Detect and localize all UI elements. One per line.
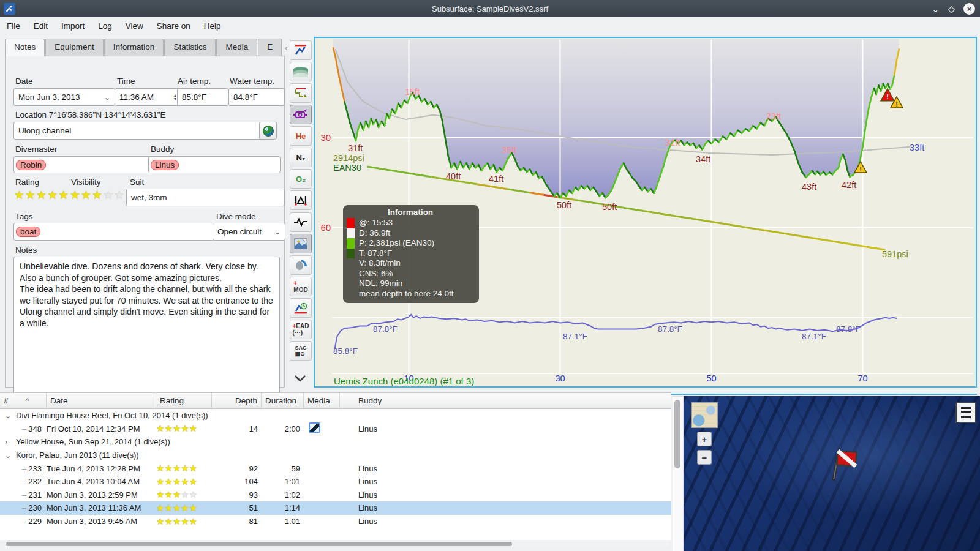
- heart-rate-icon[interactable]: [290, 212, 312, 232]
- column-header-duration[interactable]: Duration: [262, 393, 304, 408]
- tab-statistics[interactable]: Statistics: [164, 39, 216, 56]
- time-spinbox[interactable]: 11:36 AM ▴▾: [115, 88, 181, 106]
- tab-equipment[interactable]: Equipment: [45, 39, 104, 56]
- svg-text:30: 30: [555, 373, 565, 383]
- dive-site-map[interactable]: + −: [684, 396, 980, 551]
- tissues-icon[interactable]: [290, 255, 312, 275]
- star-filled-icon: ★: [189, 423, 197, 433]
- air-temp-field[interactable]: 85.8°F: [177, 88, 228, 106]
- notes-label: Notes: [15, 246, 37, 255]
- tab-e[interactable]: E: [258, 39, 282, 56]
- spinner-arrows-icon[interactable]: ▴▾: [174, 94, 176, 101]
- column-header-media[interactable]: Media: [304, 393, 340, 408]
- date-combobox[interactable]: Mon Jun 3, 2013 ⌄: [13, 88, 115, 106]
- suit-field[interactable]: wet, 3mm: [126, 189, 285, 206]
- svg-text:!: !: [859, 165, 862, 173]
- dive-list-vertical-scrollbar[interactable]: [673, 396, 684, 551]
- column-header-depth[interactable]: Depth: [212, 393, 262, 408]
- dive-row-231[interactable]: –231Mon Jun 3, 2013 2:59 PM★★★★★931:02Li…: [0, 489, 671, 502]
- star-filled-icon: ★: [173, 489, 181, 500]
- tab-information[interactable]: Information: [104, 39, 164, 56]
- menu-file[interactable]: File: [0, 18, 27, 34]
- menu-import[interactable]: Import: [55, 18, 91, 34]
- dive-row-233[interactable]: –233Tue Jun 4, 2013 12:28 PM★★★★★9259Lin…: [0, 462, 671, 475]
- map-menu-button[interactable]: [956, 402, 976, 423]
- collapse-icon[interactable]: ⌄: [5, 451, 12, 460]
- map-zoom-out-button[interactable]: −: [697, 450, 712, 465]
- tab-media[interactable]: Media: [216, 39, 257, 56]
- notes-textarea[interactable]: Unbelievable dive. Dozens and dozens of …: [13, 257, 280, 395]
- expand-icon[interactable]: ›: [5, 438, 12, 446]
- buddy-label: Buddy: [151, 144, 174, 154]
- dive-row-348[interactable]: –348Fri Oct 10, 2014 12:34 PM★★★★★142:00…: [0, 422, 671, 436]
- sac-rate-icon[interactable]: SAC▦⊙: [290, 341, 312, 361]
- tags-field[interactable]: boat: [13, 223, 214, 241]
- tab-notes[interactable]: Notes: [5, 39, 45, 56]
- minimize-button[interactable]: ⌄: [932, 4, 940, 13]
- buddy-tag[interactable]: Linus: [151, 160, 179, 170]
- tag-pill[interactable]: boat: [16, 227, 40, 237]
- app-window: Subsurface: SampleDivesV2.ssrf ⌄◇× FileE…: [0, 0, 980, 551]
- media-photo-icon[interactable]: [309, 422, 320, 433]
- scrollbar-handle[interactable]: [6, 542, 512, 546]
- dive-computer-icon[interactable]: [290, 40, 312, 60]
- visibility-stars[interactable]: ★★★★★: [70, 188, 125, 202]
- maximize-button[interactable]: ◇: [948, 4, 955, 13]
- deco-time-icon[interactable]: [290, 298, 312, 318]
- mini-map-overlay[interactable]: [691, 402, 718, 428]
- column-header-num[interactable]: # ^: [0, 393, 47, 408]
- photos-icon[interactable]: [290, 234, 312, 253]
- location-field[interactable]: Ulong channel: [13, 122, 265, 140]
- divemaster-tag[interactable]: Robin: [16, 160, 46, 170]
- column-header-date[interactable]: Date: [47, 393, 156, 408]
- svg-text:70: 70: [858, 373, 867, 383]
- oxygen-icon[interactable]: O₂: [290, 169, 312, 189]
- rating-stars[interactable]: ★★★★★: [14, 188, 69, 202]
- star-filled-icon: ★: [164, 476, 172, 487]
- svg-text:40ft: 40ft: [446, 171, 461, 181]
- dive-row-232[interactable]: –232Tue Jun 4, 2013 10:04 AM★★★★★1041:01…: [0, 475, 671, 489]
- divemaster-field[interactable]: Robin: [13, 156, 151, 173]
- ead-icon[interactable]: +EAD(···): [290, 320, 312, 339]
- dive-row-230[interactable]: –230Mon Jun 3, 2013 11:36 AM★★★★★511:14L…: [0, 501, 671, 515]
- dive-profile-chart[interactable]: 30601030507031ft2914psiEAN3015ft40ft41ft…: [314, 37, 977, 388]
- scroll-down-icon[interactable]: [290, 369, 311, 388]
- scrollbar-handle[interactable]: [674, 400, 680, 468]
- notes-tab-body: Date Time Air temp. Water temp. Mon Jun …: [5, 56, 285, 388]
- delta-icon[interactable]: [290, 190, 312, 210]
- water-temp-field[interactable]: 84.8°F: [228, 88, 285, 106]
- nitrogen-icon[interactable]: N₂: [290, 148, 312, 167]
- dive-flag-marker[interactable]: [827, 447, 863, 487]
- map-zoom-in-button[interactable]: +: [697, 432, 712, 446]
- date-value: Mon Jun 3, 2013: [18, 92, 80, 102]
- trip-row[interactable]: ›Yellow House, Sun Sep 21, 2014 (1 dive(…: [0, 435, 671, 449]
- chevron-down-icon: ⌄: [274, 228, 281, 236]
- buddy-field[interactable]: Linus: [148, 156, 281, 173]
- dc-ceiling-icon[interactable]: [290, 83, 312, 103]
- scale-graph-icon[interactable]: [290, 62, 312, 81]
- map-location-button[interactable]: [259, 122, 277, 140]
- trip-row[interactable]: ⌄Divi Flamingo House Reef, Fri Oct 10, 2…: [0, 409, 671, 422]
- column-header-buddy[interactable]: Buddy: [340, 393, 671, 408]
- menu-view[interactable]: View: [119, 18, 150, 34]
- heliox-icon[interactable]: He: [290, 126, 312, 146]
- profile-toolbar: HeN₂O₂+MOD+EAD(···)SAC▦⊙: [287, 37, 314, 389]
- menu-share-on[interactable]: Share on: [150, 18, 197, 34]
- sort-ascending-icon: ^: [26, 396, 29, 405]
- dive-mode-combobox[interactable]: Open circuit ⌄: [213, 223, 285, 241]
- star-filled-icon: ★: [36, 189, 47, 201]
- close-button[interactable]: ×: [963, 3, 975, 15]
- mod-icon[interactable]: +MOD: [290, 277, 312, 296]
- location-value: Ulong channel: [18, 126, 71, 135]
- column-header-rating[interactable]: Rating: [156, 393, 212, 408]
- tank-bar-icon[interactable]: [290, 105, 312, 124]
- dive-list-horizontal-scrollbar[interactable]: [5, 541, 669, 547]
- air-temp-label: Air temp.: [178, 77, 211, 86]
- water-temp-value: 84.8°F: [233, 92, 258, 102]
- menu-log[interactable]: Log: [91, 18, 119, 34]
- trip-row[interactable]: ⌄Koror, Palau, Jun 2013 (11 dive(s)): [0, 449, 671, 462]
- menu-help[interactable]: Help: [197, 18, 228, 34]
- menu-edit[interactable]: Edit: [27, 18, 55, 34]
- collapse-icon[interactable]: ⌄: [5, 411, 12, 420]
- dive-row-229[interactable]: –229Mon Jun 3, 2013 9:45 AM★★★★★811:01Li…: [0, 515, 671, 528]
